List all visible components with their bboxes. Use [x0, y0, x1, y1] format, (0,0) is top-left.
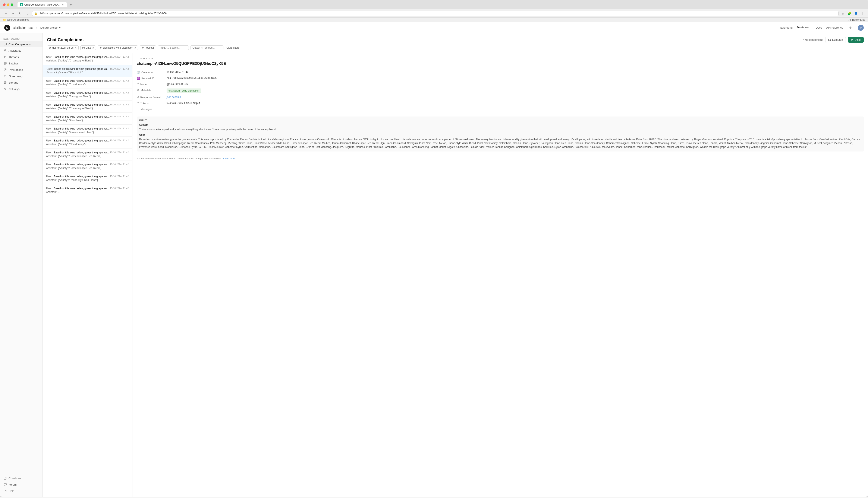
svg-point-5	[4, 57, 5, 58]
bookmarks-label[interactable]: OpenAI Bookmarks	[7, 18, 29, 21]
sidebar-api-keys-label: API keys	[9, 88, 20, 91]
list-item[interactable]: 15/10/2024, 11:42 User: Based on this wi…	[43, 160, 132, 172]
menu-icon[interactable]: ⋮	[859, 11, 865, 16]
item-date: 15/10/2024, 11:42	[110, 163, 129, 166]
item-assistant: Assistant: {"variety":"Bordeaux-style Re…	[46, 167, 129, 170]
user-avatar[interactable]: P	[858, 25, 864, 31]
filter-model-remove-icon[interactable]: ×	[75, 46, 76, 49]
filters-row: gpt-4o-2024-08-06 × Date × distillation:…	[47, 45, 864, 50]
list-item[interactable]: 15/10/2024, 11:42 User: Based on this wi…	[43, 136, 132, 148]
item-user: User: Based on this wine review, guess t…	[46, 127, 110, 130]
output-search-field[interactable]	[204, 46, 221, 49]
id-icon: 🆔	[137, 77, 140, 80]
list-item[interactable]: 15/10/2024, 11:42 User: Based on this wi…	[43, 184, 132, 196]
filter-tool-call[interactable]: Tool call	[140, 45, 156, 50]
svg-rect-8	[4, 64, 5, 65]
filter-output-search[interactable]: Output	[191, 45, 224, 50]
sidebar-item-api-keys[interactable]: API keys	[0, 86, 42, 92]
list-item[interactable]: 15/10/2024, 11:42 User: Based on this wi…	[43, 89, 132, 101]
list-item[interactable]: 15/10/2024, 11:42 User: Based on this wi…	[43, 65, 132, 77]
reload-button[interactable]: ↻	[17, 11, 23, 16]
sidebar-item-threads[interactable]: Threads	[0, 54, 42, 60]
extension-icon[interactable]: 🧩	[847, 11, 852, 16]
svg-point-3	[4, 56, 5, 56]
sidebar-threads-label: Threads	[9, 55, 19, 59]
minimize-button[interactable]	[7, 3, 9, 6]
item-date: 15/10/2024, 11:42	[110, 139, 129, 142]
filter-model[interactable]: gpt-4o-2024-08-06 ×	[47, 45, 79, 50]
filter-distillation-remove-icon[interactable]: ×	[135, 46, 136, 49]
sidebar-item-evaluations[interactable]: Evaluations	[0, 67, 42, 73]
app-header: D Distillation Test / Default project ▾ …	[0, 22, 868, 33]
detail-row-response-format: ⇄ Response Format json schema	[137, 94, 864, 100]
sidebar-chat-completions-label: Chat Completions	[9, 43, 30, 46]
profile-icon[interactable]: 👤	[853, 11, 859, 16]
sidebar-batches-label: Batches	[9, 62, 18, 65]
metadata-label: 🏷 Metadata	[137, 89, 167, 92]
sidebar-item-batches[interactable]: Batches	[0, 60, 42, 67]
created-at-label: 🕐 Created at	[137, 70, 167, 74]
sidebar-item-storage[interactable]: Storage	[0, 79, 42, 86]
evaluate-button[interactable]: Evaluate	[825, 37, 846, 43]
tab-close-icon[interactable]: ✕	[61, 3, 64, 6]
item-assistant: Assistant: {"variety":"Sauvignon Blanc"}	[46, 95, 129, 98]
nav-docs[interactable]: Docs	[816, 25, 822, 30]
settings-icon[interactable]: ⚙	[847, 25, 854, 31]
active-tab[interactable]: Chat Completions - OpenAI A... ✕	[17, 2, 67, 7]
back-button[interactable]: ←	[3, 11, 9, 16]
distill-button[interactable]: Distill	[848, 37, 864, 43]
tokens-value: 974 total · 966 input, 8 output	[167, 102, 864, 105]
filter-distillation[interactable]: distillation: wine-distillation ×	[98, 45, 138, 50]
sidebar: DASHBOARD Chat Completions Assistants	[0, 33, 43, 497]
sidebar-item-fine-tuning[interactable]: Fine-tuning	[0, 73, 42, 79]
forward-button[interactable]: →	[10, 11, 16, 16]
model-label: ⬡ Model	[137, 82, 167, 86]
item-assistant: Assistant: {"variety":"Bordeaux-style Re…	[46, 155, 129, 158]
url-bar[interactable]: 🔒 platform.openai.com/chat-completions?m…	[32, 11, 839, 16]
list-item[interactable]: 15/10/2024, 11:42 User: Based on this wi…	[43, 77, 132, 89]
project-selector[interactable]: Default project ▾	[40, 26, 61, 29]
all-bookmarks-link[interactable]: All Bookmarks	[848, 18, 865, 21]
list-item[interactable]: 15/10/2024, 11:42 User: Based on this wi…	[43, 148, 132, 160]
bookmarks-bar: 📁 OpenAI Bookmarks All Bookmarks	[0, 18, 868, 22]
filter-input-search[interactable]: Input	[158, 45, 189, 50]
detail-row-messages: ☰ Messages	[137, 106, 864, 112]
input-search-field[interactable]	[170, 46, 187, 49]
list-item[interactable]: 15/10/2024, 11:42 User: Based on this wi…	[43, 172, 132, 184]
sidebar-item-chat-completions[interactable]: Chat Completions	[0, 41, 42, 47]
sidebar-assistants-label: Assistants	[9, 49, 21, 52]
new-tab-button[interactable]: +	[68, 2, 73, 7]
sidebar-item-assistants[interactable]: Assistants	[0, 47, 42, 54]
list-item[interactable]: 15/10/2024, 11:42 User: Based on this wi…	[43, 124, 132, 136]
list-item[interactable]: 15/10/2024, 11:42 User: Based on this wi…	[43, 101, 132, 113]
content-title-row: Chat Completions 478 completions Evaluat…	[47, 37, 864, 43]
item-assistant: Assistant: {"variety":"Champagne Blend"}	[46, 107, 129, 110]
filter-date-remove-icon[interactable]: ×	[92, 46, 94, 49]
clear-filters-button[interactable]: Clear filters	[225, 45, 241, 50]
header-nav: Playground Dashboard Docs API reference …	[779, 25, 864, 31]
sidebar-item-help[interactable]: Help	[0, 488, 42, 494]
nav-dashboard[interactable]: Dashboard	[797, 25, 812, 30]
item-date: 15/10/2024, 11:42	[110, 175, 129, 178]
list-item[interactable]: 15/10/2024, 11:42 User: Based on this wi…	[43, 113, 132, 124]
close-button[interactable]	[3, 3, 5, 6]
user-message: User Based on this wine review, guess th…	[139, 133, 861, 149]
item-date: 15/10/2024, 11:42	[110, 103, 129, 106]
nav-playground[interactable]: Playground	[779, 25, 793, 30]
svg-point-18	[167, 47, 168, 49]
cookbook-icon	[3, 476, 7, 480]
filter-model-value: gpt-4o-2024-08-06	[52, 46, 74, 49]
lock-icon: 🔒	[34, 12, 37, 15]
json-schema-link[interactable]: json schema	[167, 95, 181, 99]
filter-date[interactable]: Date ×	[80, 45, 96, 50]
maximize-button[interactable]	[11, 3, 13, 6]
sidebar-item-cookbook[interactable]: Cookbook	[0, 475, 42, 481]
chat-icon	[3, 42, 7, 46]
home-button[interactable]: ⌂	[25, 11, 30, 16]
nav-api-reference[interactable]: API reference	[826, 25, 843, 30]
completions-count: 478 completions	[803, 38, 824, 41]
list-item[interactable]: 15/10/2024, 11:42 User: Based on this wi…	[43, 53, 132, 65]
footer-learn-more-link[interactable]: Learn more.	[223, 157, 236, 160]
sidebar-item-forum[interactable]: Forum	[0, 481, 42, 488]
bookmark-icon[interactable]: ☆	[840, 11, 846, 16]
